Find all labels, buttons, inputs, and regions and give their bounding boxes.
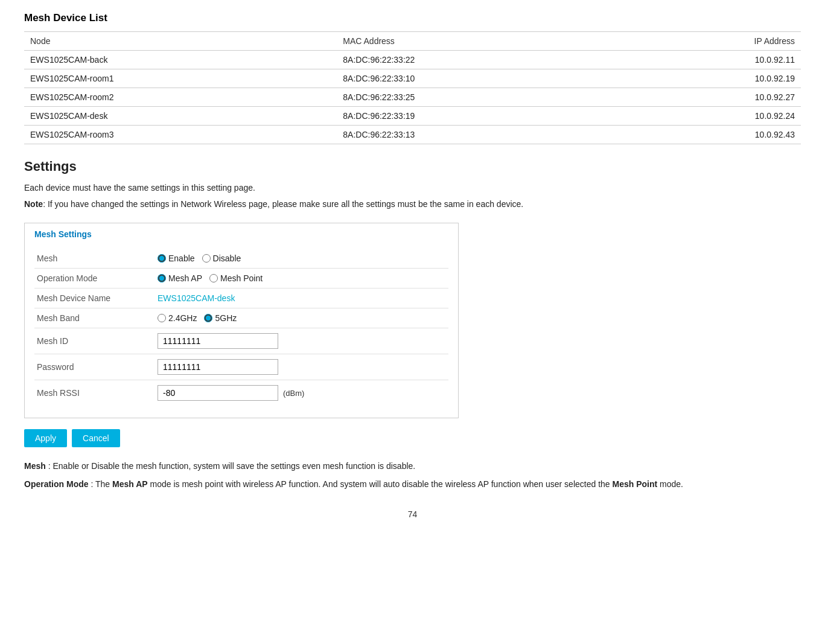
button-row: Apply Cancel [24,429,801,447]
apply-button[interactable]: Apply [24,429,67,447]
table-row: EWS1025CAM-room2 8A:DC:96:22:33:25 10.0.… [24,88,801,107]
footnote-op-mesh-point-bold: Mesh Point [613,479,658,489]
mesh-disable-label[interactable]: Disable [202,253,241,263]
operation-mode-label: Operation Mode [34,269,155,289]
mac-cell: 8A:DC:96:22:33:19 [295,107,651,126]
mesh-band-label: Mesh Band [34,308,155,328]
band-5-radio[interactable] [204,314,212,322]
mac-cell: 8A:DC:96:22:33:25 [295,88,651,107]
node-cell: EWS1025CAM-desk [24,107,295,126]
ip-cell: 10.0.92.11 [652,51,801,69]
footnote-op-mode-text3: mode. [660,479,683,489]
footnote-op-mode-bold: Operation Mode [24,479,89,489]
ip-cell: 10.0.92.27 [652,88,801,107]
mesh-device-list-section: Mesh Device List Node MAC Address IP Add… [24,12,801,144]
footnote-operation-mode: Operation Mode : The Mesh AP mode is mes… [24,477,748,491]
ip-cell: 10.0.92.43 [652,126,801,144]
band-24-radio[interactable] [158,314,166,322]
footnote-mesh: Mesh : Enable or Disable the mesh functi… [24,459,748,473]
mac-cell: 8A:DC:96:22:33:22 [295,51,651,69]
mesh-row: Mesh Enable Disable [34,249,448,269]
mesh-ap-text: Mesh AP [168,273,202,283]
mesh-rssi-row: Mesh RSSI (dBm) [34,380,448,406]
device-name-value-cell: EWS1025CAM-desk [155,289,448,308]
mesh-band-row: Mesh Band 2.4GHz 5GHz [34,308,448,328]
mesh-ap-label[interactable]: Mesh AP [158,273,202,283]
password-row: Password [34,354,448,380]
col-header-node: Node [24,32,295,51]
mesh-disable-radio[interactable] [202,254,211,263]
device-name-row: Mesh Device Name EWS1025CAM-desk [34,289,448,308]
mesh-options: Enable Disable [155,249,448,269]
col-header-ip: IP Address [652,32,801,51]
device-name-link[interactable]: EWS1025CAM-desk [158,293,235,303]
table-row: EWS1025CAM-desk 8A:DC:96:22:33:19 10.0.9… [24,107,801,126]
password-input[interactable] [158,359,278,375]
footnote-op-mesh-ap-bold: Mesh AP [112,479,148,489]
table-row: EWS1025CAM-back 8A:DC:96:22:33:22 10.0.9… [24,51,801,69]
settings-section: Settings Each device must have the same … [24,159,801,491]
mesh-settings-table: Mesh Enable Disable [34,249,448,406]
mesh-id-label: Mesh ID [34,328,155,354]
mac-cell: 8A:DC:96:22:33:10 [295,69,651,88]
mesh-id-input[interactable] [158,333,278,349]
cancel-button[interactable]: Cancel [72,429,120,447]
mesh-disable-text: Disable [213,253,241,263]
col-header-mac: MAC Address [295,32,651,51]
band-24-label[interactable]: 2.4GHz [158,313,197,323]
mesh-rssi-input-cell: (dBm) [155,380,448,406]
band-5-text: 5GHz [215,313,237,323]
node-cell: EWS1025CAM-room2 [24,88,295,107]
device-name-label: Mesh Device Name [34,289,155,308]
settings-description: Each device must have the same settings … [24,182,801,194]
ip-cell: 10.0.92.24 [652,107,801,126]
mesh-point-label[interactable]: Mesh Point [209,273,263,283]
mesh-band-options: 2.4GHz 5GHz [155,308,448,328]
node-cell: EWS1025CAM-room1 [24,69,295,88]
note-text-body: : If you have changed the settings in Ne… [43,199,523,209]
footnote-op-mode-text1: : The [91,479,112,489]
mesh-enable-text: Enable [168,253,195,263]
footnote-mesh-bold: Mesh [24,461,46,471]
mac-cell: 8A:DC:96:22:33:13 [295,126,651,144]
mesh-settings-title: Mesh Settings [34,229,448,243]
band-5-label[interactable]: 5GHz [204,313,237,323]
ip-cell: 10.0.92.19 [652,69,801,88]
table-row: EWS1025CAM-room3 8A:DC:96:22:33:13 10.0.… [24,126,801,144]
mesh-device-table: Node MAC Address IP Address EWS1025CAM-b… [24,31,801,144]
mesh-device-list-title: Mesh Device List [24,12,801,24]
mesh-rssi-label: Mesh RSSI [34,380,155,406]
mesh-label: Mesh [34,249,155,269]
settings-heading: Settings [24,159,801,174]
mesh-point-radio[interactable] [209,274,218,282]
settings-note: Note: If you have changed the settings i… [24,198,801,211]
footnote-mesh-text: : Enable or Disable the mesh function, s… [48,461,416,471]
mesh-ap-radio[interactable] [158,274,166,282]
mesh-settings-box: Mesh Settings Mesh Enable [24,223,459,418]
password-label: Password [34,354,155,380]
mesh-id-row: Mesh ID [34,328,448,354]
operation-mode-options: Mesh AP Mesh Point [155,269,448,289]
footnote-op-mode-text2: mode is mesh point with wireless AP func… [150,479,613,489]
table-row: EWS1025CAM-room1 8A:DC:96:22:33:10 10.0.… [24,69,801,88]
node-cell: EWS1025CAM-room3 [24,126,295,144]
band-24-text: 2.4GHz [168,313,197,323]
mesh-id-input-cell [155,328,448,354]
note-label: Note [24,199,43,209]
node-cell: EWS1025CAM-back [24,51,295,69]
password-input-cell [155,354,448,380]
mesh-rssi-input[interactable] [158,385,278,401]
mesh-point-text: Mesh Point [220,273,263,283]
rssi-unit: (dBm) [283,389,304,398]
page-number: 74 [24,509,801,519]
operation-mode-row: Operation Mode Mesh AP Mesh Point [34,269,448,289]
mesh-enable-label[interactable]: Enable [158,253,195,263]
mesh-enable-radio[interactable] [158,254,166,263]
